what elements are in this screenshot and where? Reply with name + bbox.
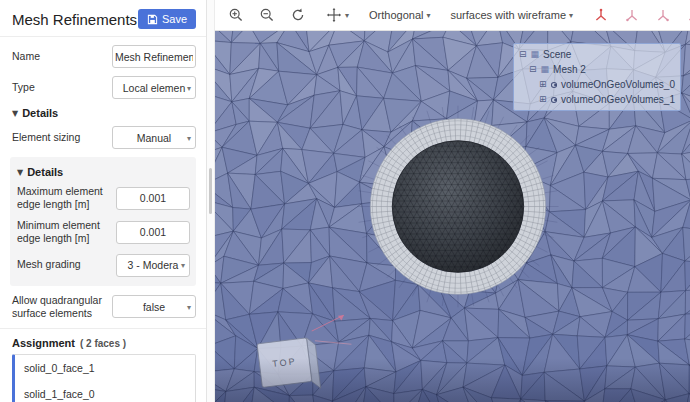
save-button[interactable]: Save (138, 9, 196, 29)
axis-triad-icon (686, 7, 690, 23)
zoom-in-button[interactable] (223, 4, 249, 26)
name-input[interactable] (112, 45, 196, 68)
collapse-box-icon[interactable]: ⊟ (519, 50, 527, 59)
view-axis-x-button[interactable] (588, 4, 614, 26)
mesh-node-icon: ▦ (541, 65, 550, 74)
save-icon (147, 14, 158, 25)
scene-tree-volume[interactable]: ⊞ volumeOnGeoVolumes_0 (519, 77, 675, 92)
quad-elements-select[interactable]: false ▾ (112, 295, 196, 318)
list-item[interactable]: solid_0_face_1 (15, 355, 195, 381)
scene-tree-mesh[interactable]: ⊟ ▦ Mesh 2 (519, 62, 675, 77)
details2-section-label: Details (27, 166, 63, 178)
assignment-label: Assignment (12, 337, 75, 349)
reset-view-button[interactable] (285, 4, 311, 26)
view-axis-z-button[interactable] (650, 4, 676, 26)
view-axis-y-button[interactable] (619, 4, 645, 26)
move-icon (326, 7, 342, 23)
details-subsection: ▼ Details Maximum element edge length [m… (10, 157, 196, 286)
render-mode-dropdown[interactable]: surfaces with wireframe ▾ (445, 6, 578, 24)
assignment-list: solid_0_face_1 solid_1_face_0 (12, 354, 196, 402)
3d-viewport[interactable]: TOP ⊟ ▦ Scene ⊟ ▦ Mesh 2 ⊞ volumeOnGeoVo… (215, 31, 690, 402)
view-iso-button[interactable] (681, 4, 690, 26)
details-section-header[interactable]: ▼ Details (12, 107, 196, 119)
caret-down-icon: ▾ (426, 11, 430, 20)
save-button-label: Save (162, 13, 187, 25)
caret-down-icon: ▾ (345, 11, 349, 20)
projection-dropdown[interactable]: Orthogonal ▾ (364, 6, 435, 24)
caret-down-icon: ▾ (569, 11, 573, 20)
scene-tree-volume[interactable]: ⊞ volumeOnGeoVolumes_1 (519, 92, 675, 107)
volume-node-label: volumeOnGeoVolumes_0 (561, 79, 675, 90)
volume-node-label: volumeOnGeoVolumes_1 (561, 94, 675, 105)
caret-down-icon: ▾ (187, 302, 191, 311)
refresh-icon (290, 7, 306, 23)
mesh-grading-value: 3 - Modera (128, 259, 179, 271)
quad-elements-label: Allow quadrangular surface elements (12, 294, 108, 320)
expand-box-icon[interactable]: ⊞ (539, 80, 547, 89)
scene-tree-root[interactable]: ⊟ ▦ Scene (519, 47, 675, 62)
assignment-count: ( 2 faces ) (80, 338, 126, 349)
collapse-triangle-icon: ▼ (17, 168, 23, 177)
axis-triad-icon (624, 7, 640, 23)
quad-elements-value: false (143, 301, 165, 313)
scene-node-icon: ▦ (531, 50, 540, 59)
visibility-eye-icon[interactable] (551, 82, 557, 88)
scene-node-label: Scene (543, 49, 571, 60)
list-item[interactable]: solid_1_face_0 (15, 381, 195, 402)
projection-dropdown-label: Orthogonal (369, 9, 423, 21)
page-title: Mesh Refinements (12, 11, 137, 28)
mesh-grading-label: Mesh grading (17, 258, 81, 271)
type-select-value: Local elemen (123, 82, 185, 94)
visibility-eye-icon[interactable] (551, 97, 557, 103)
axis-triad-icon (593, 7, 609, 23)
scene-tree-overlay: ⊟ ▦ Scene ⊟ ▦ Mesh 2 ⊞ volumeOnGeoVolume… (513, 43, 681, 111)
type-label: Type (12, 81, 35, 94)
settings-form: Name Type Local elemen ▾ ▼ Details Eleme… (0, 37, 206, 328)
viewer-area: ▾ Orthogonal ▾ surfaces with wireframe ▾ (215, 0, 690, 402)
app-window: Mesh Refinements Save Name Type Local el… (0, 0, 690, 402)
settings-panel: Mesh Refinements Save Name Type Local el… (0, 0, 207, 402)
element-sizing-value: Manual (137, 132, 171, 144)
min-edge-label: Minimum element edge length [m] (17, 219, 113, 245)
scrollbar-thumb[interactable] (209, 168, 212, 214)
assignment-header: Assignment ( 2 faces ) (0, 328, 206, 354)
mesh-node-label: Mesh 2 (553, 64, 586, 75)
type-select[interactable]: Local elemen ▾ (112, 76, 196, 99)
viewer-toolbar: ▾ Orthogonal ▾ surfaces with wireframe ▾ (215, 0, 690, 31)
name-label: Name (12, 50, 40, 63)
max-edge-label: Maximum element edge length [m] (17, 185, 113, 211)
zoom-out-button[interactable] (254, 4, 280, 26)
render-mode-dropdown-label: surfaces with wireframe (450, 9, 566, 21)
min-edge-input[interactable] (116, 221, 190, 244)
zoom-in-icon (228, 7, 244, 23)
details2-section-header[interactable]: ▼ Details (17, 166, 190, 178)
details-section-label: Details (22, 107, 58, 119)
element-sizing-select[interactable]: Manual ▾ (112, 126, 196, 149)
mesh-grading-select[interactable]: 3 - Modera ▾ (116, 254, 190, 277)
expand-box-icon[interactable]: ⊞ (539, 95, 547, 104)
zoom-out-icon (259, 7, 275, 23)
caret-down-icon: ▾ (187, 133, 191, 142)
caret-down-icon: ▾ (181, 261, 185, 270)
panel-header: Mesh Refinements Save (0, 0, 206, 37)
caret-down-icon: ▾ (187, 83, 191, 92)
max-edge-input[interactable] (116, 187, 190, 210)
pan-tool-button[interactable]: ▾ (321, 4, 354, 26)
collapse-box-icon[interactable]: ⊟ (529, 65, 537, 74)
axis-triad-icon (655, 7, 671, 23)
element-sizing-label: Element sizing (12, 131, 80, 144)
collapse-triangle-icon: ▼ (12, 109, 18, 118)
panel-scrollbar-gutter (207, 0, 215, 402)
